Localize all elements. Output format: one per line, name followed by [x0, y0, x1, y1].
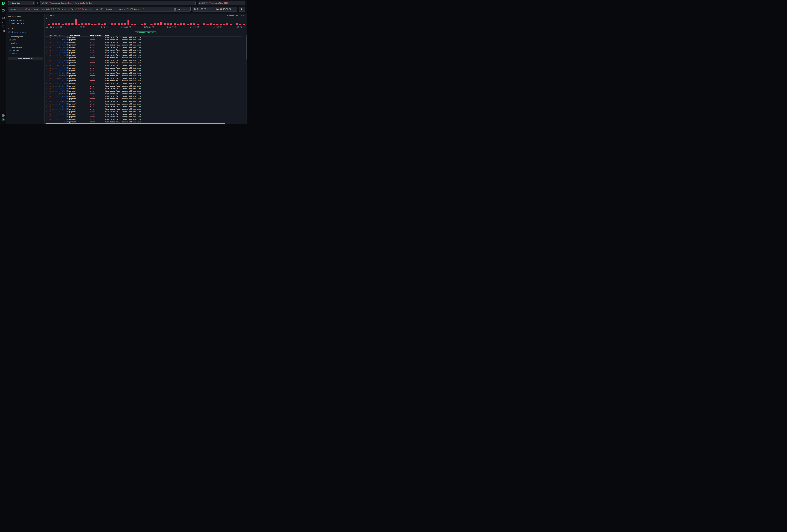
- table-row[interactable]: >Jun 11 1:54:09.906 PMpaymenterrorVisa c…: [45, 74, 242, 77]
- histogram-bar[interactable]: [81, 23, 83, 25]
- table-row[interactable]: >Jun 11 1:55:07.827 PMpaymenterrorVisa c…: [45, 62, 242, 64]
- histogram-bar[interactable]: [55, 23, 57, 25]
- table-row[interactable]: >Jun 11 1:56:42.995 PMpaymenterrorVisa c…: [45, 38, 242, 41]
- col-header-body[interactable]: Body: [105, 35, 240, 36]
- histogram-bar[interactable]: [131, 24, 133, 25]
- help-button[interactable]: ?: [2, 114, 5, 117]
- histogram-bar[interactable]: [98, 23, 100, 25]
- table-row[interactable]: >Jun 11 1:55:51.448 PMpaymenterrorVisa c…: [45, 54, 242, 56]
- table-row[interactable]: >Jun 11 1:56:08.948 PMpaymenterrorVisa c…: [45, 46, 242, 49]
- facet-option[interactable]: info: [9, 39, 43, 41]
- histogram-bar[interactable]: [78, 24, 80, 25]
- table-row[interactable]: >Jun 11 1:51:39.115 PMpaymenterrorVisa c…: [45, 118, 242, 121]
- chart-explorer-icon[interactable]: [2, 21, 5, 23]
- histogram-bar[interactable]: [121, 23, 123, 25]
- histogram-bar[interactable]: [157, 23, 159, 25]
- histogram-bar[interactable]: [104, 23, 106, 25]
- table-row[interactable]: >Jun 11 1:54:06.953 PMpaymenterrorVisa c…: [45, 77, 242, 80]
- dashboards-icon[interactable]: [2, 29, 5, 32]
- table-row[interactable]: >Jun 11 1:52:19.473 PMpaymenterrorVisa c…: [45, 105, 242, 108]
- table-row[interactable]: >Jun 11 1:55:39.324 PMpaymenterrorVisa c…: [45, 56, 242, 59]
- table-row[interactable]: >Jun 11 1:52:25.630 PMpaymenterrorVisa c…: [45, 103, 242, 105]
- table-row[interactable]: >Jun 11 1:54:52.241 PMpaymenterrorVisa c…: [45, 64, 242, 67]
- col-header-timestamp[interactable]: Timestamp (Local): [47, 35, 68, 36]
- table-row[interactable]: >Jun 11 1:56:03.248 PMpaymenterrorVisa c…: [45, 49, 242, 51]
- histogram-bar[interactable]: [216, 24, 218, 25]
- table-row[interactable]: >Jun 11 1:54:43.948 PMpaymenterrorVisa c…: [45, 67, 242, 69]
- histogram-bar[interactable]: [65, 23, 67, 25]
- histogram-bar[interactable]: [154, 23, 156, 25]
- table-row[interactable]: >Jun 11 1:55:16.296 PMpaymenterrorVisa c…: [45, 59, 242, 62]
- histogram-bar[interactable]: [177, 24, 179, 25]
- histogram-bar[interactable]: [213, 24, 215, 25]
- histogram-bar[interactable]: [111, 23, 113, 25]
- histogram-bar[interactable]: [207, 24, 209, 25]
- histogram-bar[interactable]: [187, 24, 189, 25]
- histogram-bar[interactable]: [239, 24, 241, 25]
- histogram-bar[interactable]: [236, 23, 238, 25]
- source-select[interactable]: Demo Logs: [8, 1, 36, 5]
- histogram-bar[interactable]: [58, 23, 60, 25]
- table-row[interactable]: >Jun 11 1:53:00.676 PMpaymenterrorVisa c…: [45, 92, 242, 95]
- load-more-button[interactable]: Load more: [8, 53, 43, 55]
- denoise-checkbox[interactable]: [8, 31, 10, 33]
- horizontal-scrollbar-thumb[interactable]: [45, 123, 225, 124]
- table-row[interactable]: >Jun 11 1:51:47.229 PMpaymenterrorVisa c…: [45, 113, 242, 115]
- table-row[interactable]: >Jun 11 1:52:51.824 PMpaymenterrorVisa c…: [45, 95, 242, 98]
- order-by-input[interactable]: ORDER BY TimestampTime DESC: [198, 1, 245, 5]
- user-avatar[interactable]: U: [2, 118, 5, 121]
- histogram-bar[interactable]: [183, 23, 186, 25]
- histogram-bar[interactable]: [118, 23, 120, 25]
- sessions-laptop-icon[interactable]: [2, 25, 5, 28]
- histogram-bar[interactable]: [91, 24, 93, 25]
- results-histogram[interactable]: 8 0 Jun 11 1:41:45 PM1:44:00 PM1:45:45 P…: [46, 18, 245, 29]
- histogram-bar[interactable]: [88, 23, 90, 25]
- table-row[interactable]: >Jun 11 1:52:30.469 PMpaymenterrorVisa c…: [45, 100, 242, 103]
- histogram-bar[interactable]: [180, 23, 182, 25]
- histogram-bar[interactable]: [174, 23, 176, 25]
- hyperdx-logo-icon[interactable]: [2, 2, 4, 5]
- log-search-icon[interactable]: [2, 16, 5, 19]
- denoise-results-toggle[interactable]: Denoise Results: [8, 31, 43, 33]
- table-row[interactable]: >Jun 11 1:53:05.578 PMpaymenterrorVisa c…: [45, 90, 242, 92]
- resume-live-tail-button[interactable]: Resume Live Tail: [135, 31, 156, 34]
- table-row[interactable]: >Jun 11 1:53:26.250 PMpaymenterrorVisa c…: [45, 82, 242, 85]
- histogram-bar[interactable]: [127, 20, 130, 25]
- histogram-bar[interactable]: [134, 24, 136, 25]
- histogram-bar[interactable]: [210, 23, 212, 25]
- column-resize-handle-icon[interactable]: ⋮: [103, 35, 105, 36]
- table-row[interactable]: >Jun 11 1:56:51.975 PMpaymenterrorVisa c…: [45, 37, 242, 38]
- histogram-bar[interactable]: [190, 23, 192, 25]
- run-query-button[interactable]: [239, 7, 245, 12]
- histogram-bar[interactable]: [85, 23, 87, 25]
- table-row[interactable]: >Jun 11 1:52:35.232 PMpaymenterrorVisa c…: [45, 98, 242, 100]
- table-row[interactable]: >Jun 11 1:52:02.581 PMpaymenterrorVisa c…: [45, 108, 242, 110]
- histogram-bar[interactable]: [51, 23, 54, 25]
- histogram-bar[interactable]: [71, 23, 73, 25]
- histogram-bar[interactable]: [203, 23, 205, 25]
- where-query-input[interactable]: WHERE SeverityText = 'error' AND Body IL…: [8, 7, 191, 12]
- table-row[interactable]: >Jun 11 1:54:26.230 PMpaymenterrorVisa c…: [45, 72, 242, 74]
- table-row[interactable]: >Jun 11 1:51:43.121 PMpaymenterrorVisa c…: [45, 115, 242, 118]
- facet-name[interactable]: SeverityText: [11, 36, 23, 38]
- column-resize-handle-icon[interactable]: ⋮: [68, 35, 69, 36]
- histogram-bar[interactable]: [48, 24, 50, 25]
- language-sql[interactable]: SQL: [177, 8, 180, 10]
- table-row[interactable]: >Jun 11 1:53:41.873 PMpaymenterrorVisa c…: [45, 80, 242, 82]
- histogram-bar[interactable]: [144, 23, 146, 25]
- table-row[interactable]: >Jun 11 1:53:10.922 PMpaymenterrorVisa c…: [45, 87, 242, 90]
- facet-option[interactable]: checkout: [9, 49, 43, 51]
- vertical-scrollbar[interactable]: [246, 34, 247, 124]
- histogram-bar[interactable]: [161, 22, 163, 25]
- analysis-mode-results-table[interactable]: Results Table: [9, 19, 43, 22]
- analysis-mode-event-patterns[interactable]: Event Patterns: [9, 22, 43, 25]
- select-query-input[interactable]: SELECT Timestamp, ServiceName, SeverityT…: [40, 1, 196, 5]
- histogram-bar[interactable]: [220, 24, 222, 25]
- facet-name[interactable]: ServiceName: [11, 46, 22, 48]
- facet-checkbox[interactable]: [9, 39, 10, 41]
- time-range-picker[interactable]: Jun 11 13:41:52 - Jun 11 13:56:52: [192, 7, 237, 12]
- table-row[interactable]: >Jun 11 1:56:32.843 PMpaymenterrorVisa c…: [45, 44, 242, 46]
- column-resize-handle-icon[interactable]: ⋮: [88, 35, 90, 36]
- source-settings-gear-icon[interactable]: [37, 2, 39, 4]
- histogram-bar[interactable]: [101, 24, 103, 25]
